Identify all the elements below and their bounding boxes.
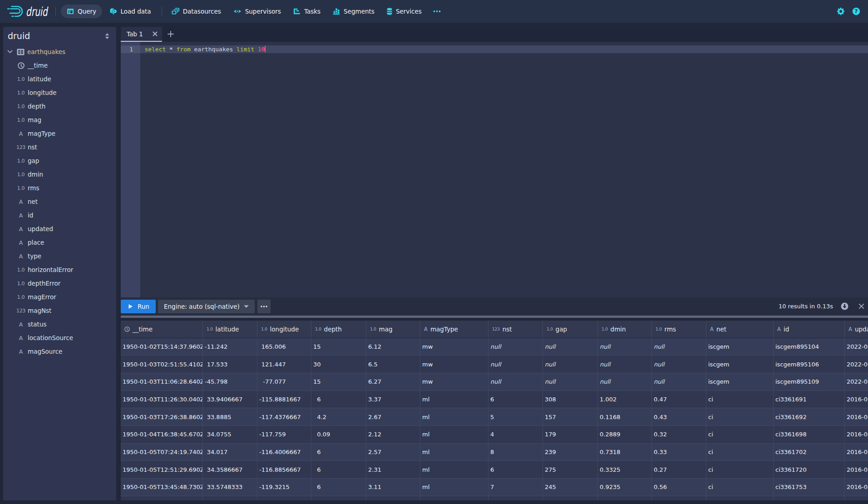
cell-depth[interactable]: 15 [311, 338, 366, 356]
nav-item-datasources[interactable]: Datasources [165, 5, 227, 18]
cell-id[interactable]: iscgem895104 [774, 338, 845, 356]
cell-nst[interactable]: null [488, 373, 543, 390]
tree-column-magSource[interactable]: AmagSource [3, 345, 116, 358]
tree-column-updated[interactable]: Aupdated [3, 222, 116, 236]
cell-latitude[interactable]: 34.3586667 [203, 461, 257, 478]
tree-column-type[interactable]: Atype [3, 249, 116, 263]
cell-latitude[interactable]: 33.9406667 [203, 391, 257, 408]
cell-nst[interactable]: 4 [488, 426, 543, 443]
cell-id[interactable]: ci3361691 [774, 391, 845, 408]
nav-item-query[interactable]: Query [61, 5, 102, 18]
download-results-icon[interactable] [838, 300, 851, 313]
panel-resize-handle[interactable] [121, 316, 868, 318]
cell-dmin[interactable]: 0.1168 [598, 408, 652, 425]
cell-nst[interactable]: 7 [488, 479, 543, 496]
cell-__time[interactable]: 1950-01-03T11:06:28.640Z [121, 373, 203, 390]
editor-active-line[interactable]: select * from earthquakes limit 10 [140, 45, 868, 53]
cell-depth[interactable]: 15 [311, 373, 366, 390]
cell-rms[interactable]: 0.33 [652, 444, 706, 461]
cell-updated[interactable]: 2016-0 [845, 479, 868, 496]
cell-latitude[interactable]: 33.5748333 [203, 479, 257, 496]
settings-gear-icon[interactable] [837, 7, 845, 15]
cell-latitude[interactable]: 34.017 [203, 444, 257, 461]
tree-column-dmin[interactable]: 1.0dmin [3, 168, 116, 181]
tree-column-status[interactable]: Astatus [3, 317, 116, 331]
cell-depth[interactable]: 4.2 [311, 408, 366, 425]
cell-mag[interactable]: 2.31 [366, 461, 420, 478]
cell-dmin[interactable]: null [598, 338, 652, 356]
cell-net[interactable]: iscgem [706, 338, 774, 356]
cell-mag[interactable]: 2.12 [366, 426, 420, 443]
cell-updated[interactable]: 2016-0 [845, 408, 868, 425]
cell-id[interactable]: ci3361753 [774, 479, 845, 496]
cell-dmin[interactable]: 0.7318 [598, 444, 652, 461]
tree-column-gap[interactable]: 1.0gap [3, 154, 116, 168]
cell-depth[interactable]: 6 [311, 479, 366, 496]
cell-dmin[interactable]: null [598, 373, 652, 390]
cell-id[interactable]: ci3361692 [774, 408, 845, 425]
cell-rms[interactable]: null [652, 356, 706, 373]
cell-updated[interactable]: 2022-0 [845, 356, 868, 373]
tree-column-nst[interactable]: 123nst [3, 140, 116, 154]
engine-select-button[interactable]: Engine: auto (sql-native) [158, 300, 255, 313]
column-header-magType[interactable]: AmagType [420, 321, 488, 338]
cell-rms[interactable]: 0.32 [652, 426, 706, 443]
cell-dmin[interactable]: 1.002 [598, 391, 652, 408]
nav-item-load-data[interactable]: Load data [103, 5, 157, 18]
cell-gap[interactable]: 275 [543, 461, 598, 478]
cell-longitude[interactable]: -117.4376667 [257, 408, 311, 425]
tree-column-longitude[interactable]: 1.0longitude [3, 86, 116, 99]
cell-longitude[interactable]: 165.006 [257, 338, 311, 356]
cell-__time[interactable]: 1950-01-05T07:24:19.740Z [121, 444, 203, 461]
cell-__time[interactable]: 1950-01-03T11:26:30.040Z [121, 391, 203, 408]
cell-depth[interactable]: 6 [311, 461, 366, 478]
cell-gap[interactable]: 245 [543, 479, 598, 496]
cell-latitude[interactable]: 33.8885 [203, 408, 257, 425]
druid-logo[interactable]: druid [7, 5, 47, 19]
cell-__time[interactable]: 1950-01-04T16:38:45.670Z [121, 426, 203, 443]
cell-nst[interactable]: 6 [488, 391, 543, 408]
cell-longitude[interactable]: -116.8856667 [257, 461, 311, 478]
nav-item-segments[interactable]: Segments [327, 5, 381, 18]
tree-column-depthError[interactable]: 1.0depthError [3, 277, 116, 290]
cell-id[interactable]: ci3361720 [774, 461, 845, 478]
cell-nst[interactable]: 6 [488, 461, 543, 478]
cell-magType[interactable]: ml [420, 391, 488, 408]
run-button[interactable]: Run [121, 300, 156, 313]
cell-magType[interactable]: ml [420, 461, 488, 478]
cell-net[interactable]: ci [706, 461, 774, 478]
cell-dmin[interactable]: null [598, 356, 652, 373]
cell-depth[interactable]: 6 [311, 444, 366, 461]
tree-column-id[interactable]: Aid [3, 208, 116, 222]
cell-dmin[interactable]: 0.3325 [598, 461, 652, 478]
cell-rms[interactable]: null [652, 373, 706, 390]
navbar-more-button[interactable] [428, 5, 446, 18]
column-header-id[interactable]: Aid [774, 321, 845, 338]
cell-__time[interactable]: 1950-01-05T12:51:29.690Z [121, 461, 203, 478]
cell-__time[interactable]: 1950-01-03T17:26:38.860Z [121, 408, 203, 425]
cell-gap[interactable]: 308 [543, 391, 598, 408]
tree-column-mag[interactable]: 1.0mag [3, 113, 116, 127]
tab-tab1[interactable]: Tab 1 [121, 27, 162, 42]
nav-item-services[interactable]: Services [380, 5, 428, 18]
column-header-updated[interactable]: Aupdated [845, 321, 868, 338]
cell-__time[interactable]: 1950-01-03T02:51:55.410Z [121, 356, 203, 373]
cell-updated[interactable]: 2016-0 [845, 461, 868, 478]
cell-net[interactable]: ci [706, 479, 774, 496]
cell-longitude[interactable]: -115.8881667 [257, 391, 311, 408]
cell-longitude[interactable]: -117.759 [257, 426, 311, 443]
cell-gap[interactable]: 239 [543, 444, 598, 461]
cell-gap[interactable]: 157 [543, 408, 598, 425]
cell-net[interactable]: ci [706, 408, 774, 425]
tree-datasource-earthquakes[interactable]: earthquakes [3, 45, 116, 59]
column-header-gap[interactable]: 1.0gap [543, 321, 598, 338]
cell-net[interactable]: iscgem [706, 373, 774, 390]
cell-longitude[interactable]: -77.077 [257, 373, 311, 390]
query-more-button[interactable] [257, 300, 271, 313]
column-header-mag[interactable]: 1.0mag [366, 321, 420, 338]
cell-magType[interactable]: mw [420, 356, 488, 373]
cell-gap[interactable]: null [543, 356, 598, 373]
cell-mag[interactable]: 3.11 [366, 479, 420, 496]
cell-updated[interactable]: 2022-0 [845, 373, 868, 390]
column-header-net[interactable]: Anet [706, 321, 774, 338]
